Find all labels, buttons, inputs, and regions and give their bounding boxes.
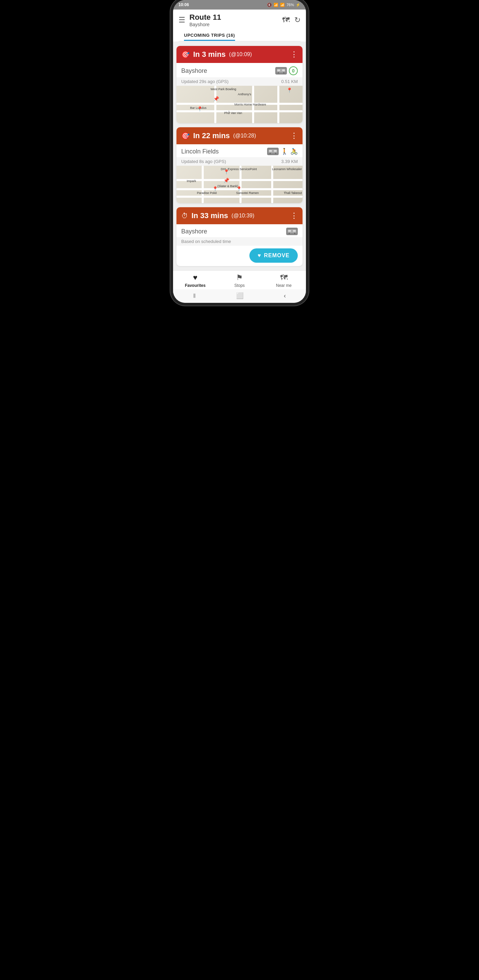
trip-1-body: Bayshore 0 xyxy=(176,63,303,77)
map-label-pho: Phở Van Van xyxy=(224,111,242,115)
trip-3-clock-icon: ⏱ xyxy=(181,212,188,220)
trip-2-stop: Lincoln Fields xyxy=(181,148,219,155)
trip-3-more-button[interactable]: ⋮ xyxy=(290,211,298,220)
svg-rect-11 xyxy=(288,230,291,232)
trip-1-icons: 0 xyxy=(275,66,298,75)
app-header: ☰ Route 11 Bayshore 🗺 ↻ UPCOMING TRIPS (… xyxy=(173,10,306,42)
trip-card-3: ⏱ In 33 mins (@10:39) ⋮ Bayshore xyxy=(176,207,303,266)
trip-card-1: 🎯 In 3 mins (@10:09) ⋮ Bayshore xyxy=(176,46,303,123)
system-nav: ⦀ ⬜ ‹ xyxy=(173,289,306,303)
bus-svg-3 xyxy=(287,229,297,234)
map-pin-2b: 📌 xyxy=(224,178,229,183)
svg-rect-6 xyxy=(269,150,272,152)
menu-icon[interactable]: ☰ xyxy=(179,16,185,24)
status-time: 10:06 xyxy=(179,2,189,7)
trip-1-more-button[interactable]: ⋮ xyxy=(290,50,298,59)
trip-card-2: 🎯 In 22 mins (@10:28) ⋮ Lincoln Fields xyxy=(176,127,303,203)
header-actions: 🗺 ↻ xyxy=(282,16,300,24)
trip-3-header-left: ⏱ In 33 mins (@10:39) xyxy=(181,211,254,220)
trip-1-map-bg: West Park Bowling Anthony's Morris Home … xyxy=(176,86,303,123)
status-icons: 🔇 📶 📶 76% ⚡ xyxy=(267,3,300,7)
tab-bar: UPCOMING TRIPS (16) xyxy=(179,30,300,41)
svg-point-13 xyxy=(289,233,290,234)
nav-back[interactable]: ‹ xyxy=(284,292,286,299)
nav-near-me[interactable]: 🗺 Near me xyxy=(262,273,306,288)
near-me-icon: 🗺 xyxy=(280,273,287,282)
svg-rect-2 xyxy=(282,69,285,71)
trip-2-map-bg: DHL Express ServicePoint Leonamm Wholesa… xyxy=(176,166,303,203)
trip-2-header: 🎯 In 22 mins (@10:28) ⋮ xyxy=(176,127,303,144)
map-label-paradise: Paradise Poké xyxy=(197,191,217,195)
favourites-icon: ♥ xyxy=(193,273,197,282)
nav-home[interactable]: ⬜ xyxy=(236,292,244,299)
trip-1-scheduled: (@10:09) xyxy=(229,51,252,57)
nav-recent-apps[interactable]: ⦀ xyxy=(193,292,196,299)
trip-3-footer: ♥ REMOVE xyxy=(176,246,303,266)
trip-3-icons xyxy=(286,228,298,235)
mute-icon: 🔇 xyxy=(267,3,272,7)
trip-2-time: In 22 mins xyxy=(193,131,230,140)
trip-2-update-row: Updated 8s ago (GPS) 3.39 KM xyxy=(176,157,303,166)
svg-rect-1 xyxy=(277,69,280,71)
route-name: Route 11 xyxy=(189,13,282,22)
trip-1-header: 🎯 In 3 mins (@10:09) ⋮ xyxy=(176,46,303,63)
bottom-nav: ♥ Favourites ⚑ Stops 🗺 Near me xyxy=(173,270,306,289)
map-label-impark: Impark xyxy=(187,179,196,183)
stops-label: Stops xyxy=(235,283,245,288)
trip-1-location-icon: 🎯 xyxy=(181,50,190,59)
favourites-label: Favourites xyxy=(185,283,206,288)
trip-2-more-button[interactable]: ⋮ xyxy=(290,131,298,140)
refresh-icon[interactable]: ↻ xyxy=(294,16,300,24)
signal-icon: 📶 xyxy=(280,3,285,7)
map-pin-2a: 📍 xyxy=(224,169,229,175)
trip-1-badge: 0 xyxy=(289,66,298,75)
remove-heart-icon: ♥ xyxy=(257,253,261,259)
trip-1-distance: 0.51 KM xyxy=(281,79,298,84)
trip-1-stop: Bayshore xyxy=(181,67,207,75)
svg-rect-7 xyxy=(274,150,277,152)
upcoming-trips-tab[interactable]: UPCOMING TRIPS (16) xyxy=(184,30,235,41)
trip-3-time: In 33 mins xyxy=(192,211,228,220)
nav-favourites[interactable]: ♥ Favourites xyxy=(173,273,217,288)
trip-2-map[interactable]: DHL Express ServicePoint Leonamm Wholesa… xyxy=(176,166,303,203)
trip-2-location-icon: 🎯 xyxy=(181,132,190,140)
map-pin-2d: 📍 xyxy=(236,186,242,192)
map-label-slater: (Slater & Bank) xyxy=(217,185,238,188)
trip-3-update-row: Based on scheduled time xyxy=(176,237,303,246)
trip-2-distance: 3.39 KM xyxy=(281,159,298,164)
stops-icon: ⚑ xyxy=(236,273,243,282)
trip-2-updated-text: Updated 8s ago (GPS) xyxy=(181,159,226,164)
trip-1-map[interactable]: West Park Bowling Anthony's Morris Home … xyxy=(176,86,303,123)
bus-svg xyxy=(276,68,286,73)
map-label-thali: Thali Takeout xyxy=(284,191,302,195)
map-pin-1: 📍 xyxy=(286,88,292,93)
nav-stops[interactable]: ⚑ Stops xyxy=(217,273,262,288)
trip-3-scheduled: (@10:39) xyxy=(232,213,254,219)
trip-3-header: ⏱ In 33 mins (@10:39) ⋮ xyxy=(176,207,303,224)
remove-button[interactable]: ♥ REMOVE xyxy=(249,248,298,263)
trip-3-stop: Bayshore xyxy=(181,228,207,235)
map-label-morris: Morris Home Hardware xyxy=(235,103,266,106)
trip-2-scheduled: (@10:28) xyxy=(233,133,256,139)
trip-1-header-left: 🎯 In 3 mins (@10:09) xyxy=(181,50,252,59)
status-bar: 10:06 🔇 📶 📶 76% ⚡ xyxy=(173,0,306,10)
trip-2-header-left: 🎯 In 22 mins (@10:28) xyxy=(181,131,256,140)
map-label-sansotei: Sansotei Ramen xyxy=(236,191,259,195)
bus-svg-2 xyxy=(268,149,278,154)
wifi-icon: 📶 xyxy=(273,3,278,7)
svg-rect-12 xyxy=(293,230,296,232)
battery-icon: ⚡ xyxy=(296,3,300,7)
remove-label: REMOVE xyxy=(264,253,290,259)
map-label-anthonys: Anthony's xyxy=(238,92,251,96)
trip-2-icons: 🚶 🚴 xyxy=(267,148,298,155)
battery-label: 76% xyxy=(286,3,294,7)
map-pin-3: 📍 xyxy=(197,106,203,111)
map-icon[interactable]: 🗺 xyxy=(282,16,290,24)
header-title-block: Route 11 Bayshore xyxy=(189,13,282,27)
map-pin-2c: 📍 xyxy=(212,186,218,192)
trip-2-body: Lincoln Fields 🚶 🚴 xyxy=(176,144,303,157)
trip-1-updated-text: Updated 29s ago (GPS) xyxy=(181,79,228,84)
trip-1-bus-icon xyxy=(275,67,287,75)
trip-1-update-row: Updated 29s ago (GPS) 0.51 KM xyxy=(176,77,303,86)
trip-3-body: Bayshore xyxy=(176,224,303,237)
